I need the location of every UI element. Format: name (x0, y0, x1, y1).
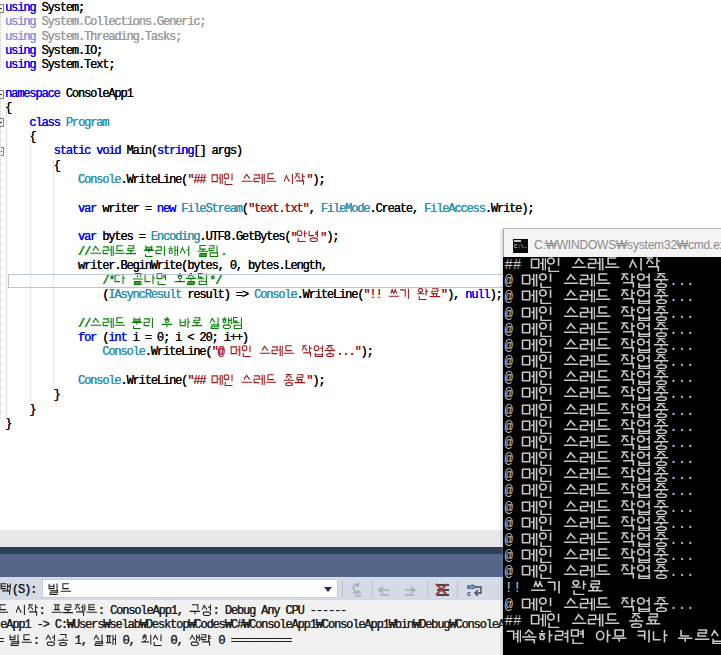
svg-text:ab: ab (467, 583, 475, 590)
svg-text:c: c (467, 590, 471, 597)
